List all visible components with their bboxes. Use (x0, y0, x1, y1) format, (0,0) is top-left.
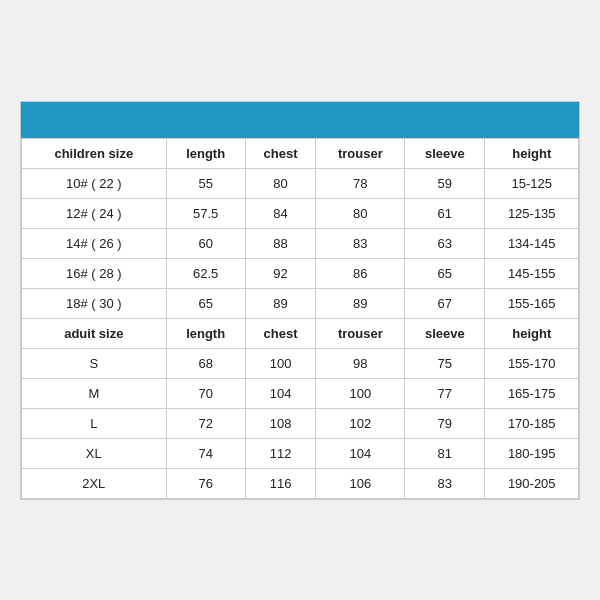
adult-col-header-0: aduit size (22, 318, 167, 348)
adult-cell-1-3: 100 (316, 378, 405, 408)
children-cell-2-3: 83 (316, 228, 405, 258)
adult-col-header-2: chest (245, 318, 316, 348)
adult-cell-4-2: 116 (245, 468, 316, 498)
children-cell-1-0: 12# ( 24 ) (22, 198, 167, 228)
adult-cell-4-3: 106 (316, 468, 405, 498)
adult-cell-4-0: 2XL (22, 468, 167, 498)
adult-cell-2-3: 102 (316, 408, 405, 438)
children-cell-2-5: 134-145 (485, 228, 579, 258)
children-cell-4-3: 89 (316, 288, 405, 318)
children-col-header-5: height (485, 138, 579, 168)
adult-cell-2-0: L (22, 408, 167, 438)
children-col-header-4: sleeve (405, 138, 485, 168)
children-cell-4-0: 18# ( 30 ) (22, 288, 167, 318)
children-cell-0-3: 78 (316, 168, 405, 198)
adult-col-header-5: height (485, 318, 579, 348)
children-cell-3-5: 145-155 (485, 258, 579, 288)
adult-cell-0-3: 98 (316, 348, 405, 378)
children-cell-0-0: 10# ( 22 ) (22, 168, 167, 198)
children-cell-4-4: 67 (405, 288, 485, 318)
adult-cell-3-4: 81 (405, 438, 485, 468)
children-cell-1-5: 125-135 (485, 198, 579, 228)
children-cell-4-1: 65 (166, 288, 245, 318)
adult-cell-2-1: 72 (166, 408, 245, 438)
children-cell-1-2: 84 (245, 198, 316, 228)
children-cell-0-1: 55 (166, 168, 245, 198)
children-cell-3-1: 62.5 (166, 258, 245, 288)
children-row-2: 14# ( 26 )60888363134-145 (22, 228, 579, 258)
adult-row-4: 2XL7611610683190-205 (22, 468, 579, 498)
children-cell-3-0: 16# ( 28 ) (22, 258, 167, 288)
adult-cell-1-5: 165-175 (485, 378, 579, 408)
children-cell-0-2: 80 (245, 168, 316, 198)
children-cell-3-2: 92 (245, 258, 316, 288)
children-row-1: 12# ( 24 )57.5848061125-135 (22, 198, 579, 228)
adult-col-header-1: length (166, 318, 245, 348)
size-chart-container: children sizelengthchesttrousersleevehei… (20, 101, 580, 500)
children-col-header-1: length (166, 138, 245, 168)
children-row-4: 18# ( 30 )65898967155-165 (22, 288, 579, 318)
adult-cell-4-1: 76 (166, 468, 245, 498)
children-col-header-0: children size (22, 138, 167, 168)
adult-row-0: S681009875155-170 (22, 348, 579, 378)
children-cell-2-0: 14# ( 26 ) (22, 228, 167, 258)
adult-cell-0-4: 75 (405, 348, 485, 378)
adult-row-2: L7210810279170-185 (22, 408, 579, 438)
adult-cell-3-1: 74 (166, 438, 245, 468)
adult-cell-2-4: 79 (405, 408, 485, 438)
adult-cell-4-4: 83 (405, 468, 485, 498)
adult-row-3: XL7411210481180-195 (22, 438, 579, 468)
children-cell-0-4: 59 (405, 168, 485, 198)
children-cell-2-4: 63 (405, 228, 485, 258)
adult-cell-1-0: M (22, 378, 167, 408)
children-cell-4-2: 89 (245, 288, 316, 318)
adult-cell-3-3: 104 (316, 438, 405, 468)
adult-cell-3-2: 112 (245, 438, 316, 468)
adult-col-header-3: trouser (316, 318, 405, 348)
adult-row-1: M7010410077165-175 (22, 378, 579, 408)
children-row-3: 16# ( 28 )62.5928665145-155 (22, 258, 579, 288)
children-cell-4-5: 155-165 (485, 288, 579, 318)
adult-cell-0-5: 155-170 (485, 348, 579, 378)
adult-cell-3-0: XL (22, 438, 167, 468)
children-cell-0-5: 15-125 (485, 168, 579, 198)
children-col-header-3: trouser (316, 138, 405, 168)
children-cell-3-3: 86 (316, 258, 405, 288)
children-cell-1-1: 57.5 (166, 198, 245, 228)
children-row-0: 10# ( 22 )5580785915-125 (22, 168, 579, 198)
children-cell-1-3: 80 (316, 198, 405, 228)
children-cell-2-2: 88 (245, 228, 316, 258)
size-table: children sizelengthchesttrousersleevehei… (21, 138, 579, 499)
adult-cell-3-5: 180-195 (485, 438, 579, 468)
adult-cell-0-0: S (22, 348, 167, 378)
adult-cell-4-5: 190-205 (485, 468, 579, 498)
adult-col-header-4: sleeve (405, 318, 485, 348)
chart-title (21, 102, 579, 138)
children-cell-2-1: 60 (166, 228, 245, 258)
children-col-header-2: chest (245, 138, 316, 168)
adult-cell-1-1: 70 (166, 378, 245, 408)
adult-cell-0-1: 68 (166, 348, 245, 378)
adult-cell-0-2: 100 (245, 348, 316, 378)
adult-cell-2-2: 108 (245, 408, 316, 438)
adult-cell-1-2: 104 (245, 378, 316, 408)
adult-cell-2-5: 170-185 (485, 408, 579, 438)
children-cell-1-4: 61 (405, 198, 485, 228)
adult-cell-1-4: 77 (405, 378, 485, 408)
children-cell-3-4: 65 (405, 258, 485, 288)
